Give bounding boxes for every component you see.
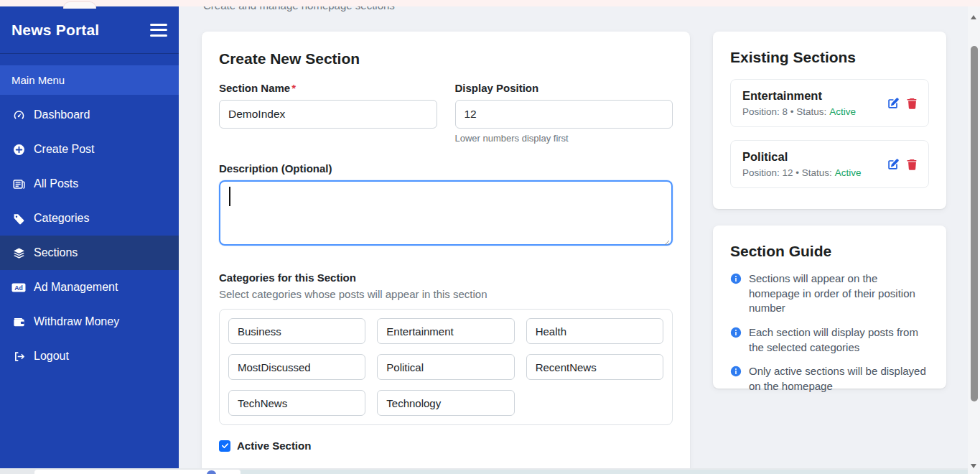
sidebar-item-ad-management[interactable]: Ad Ad Management: [0, 270, 179, 305]
existing-sections-title: Existing Sections: [730, 49, 929, 66]
sidebar-item-label: Create Post: [34, 143, 94, 156]
svg-text:Ad: Ad: [14, 284, 23, 291]
browser-tab-corner: [63, 1, 96, 9]
section-name-input[interactable]: [219, 100, 437, 129]
category-option-entertainment[interactable]: Entertainment: [377, 318, 514, 344]
app-window: Create and manage homepage sections News…: [0, 0, 980, 474]
sidebar: News Portal Main Menu Dashboard Create P…: [0, 6, 179, 468]
guide-tip-text: Sections will appear on the homepage in …: [749, 271, 929, 316]
category-option-technology[interactable]: Technology: [377, 390, 514, 416]
status-badge: Active: [829, 106, 856, 117]
guide-tip: Sections will appear on the homepage in …: [730, 271, 929, 316]
app-title: News Portal: [11, 22, 99, 39]
existing-section-meta: Position: 12 • Status:: [742, 167, 832, 178]
edit-icon[interactable]: [887, 97, 900, 110]
tag-icon: [11, 213, 26, 225]
display-position-hint: Lower numbers display first: [455, 133, 673, 144]
existing-section-item: Political Position: 12 • Status:Active: [730, 140, 929, 188]
section-name-group: Section Name*: [219, 82, 437, 144]
newspaper-icon: [11, 178, 26, 190]
sidebar-item-dashboard[interactable]: Dashboard: [0, 98, 179, 132]
sidebar-item-label: Ad Management: [34, 281, 118, 294]
info-icon: [730, 366, 742, 394]
sidebar-item-categories[interactable]: Categories: [0, 201, 179, 236]
info-icon: [730, 273, 742, 316]
ad-badge-icon: Ad: [11, 282, 26, 294]
browser-logo-sliver: [207, 470, 216, 474]
sidebar-item-label: Logout: [34, 350, 69, 363]
category-option-business[interactable]: Business: [228, 318, 365, 344]
category-option-technews[interactable]: TechNews: [228, 390, 365, 416]
edit-icon[interactable]: [887, 158, 900, 171]
categories-group: Categories for this Section Select categ…: [219, 271, 673, 425]
guide-tip: Each section will display posts from the…: [730, 325, 929, 355]
active-section-label: Active Section: [237, 440, 311, 452]
category-option-political[interactable]: Political: [377, 354, 514, 380]
guide-tip-text: Each section will display posts from the…: [749, 325, 929, 355]
logout-icon: [11, 350, 26, 363]
create-section-card: Create New Section Section Name* Display…: [202, 32, 690, 474]
sidebar-item-all-posts[interactable]: All Posts: [0, 167, 179, 201]
layers-icon: [11, 247, 26, 259]
display-position-group: Display Position Lower numbers display f…: [455, 82, 673, 144]
guide-tip-text: Only active sections will be displayed o…: [749, 364, 929, 394]
section-guide-title: Section Guide: [730, 243, 929, 260]
existing-section-meta: Position: 8 • Status:: [742, 106, 826, 117]
section-guide-card: Section Guide Sections will appear on th…: [713, 226, 946, 389]
existing-section-item: Entertainment Position: 8 • Status:Activ…: [730, 79, 929, 127]
sidebar-item-withdraw-money[interactable]: Withdraw Money: [0, 305, 179, 339]
sidebar-item-label: Categories: [34, 212, 89, 225]
sidebar-item-label: Sections: [34, 246, 78, 259]
categories-help: Select categories whose posts will appea…: [219, 288, 673, 300]
sidebar-item-create-post[interactable]: Create Post: [0, 132, 179, 167]
hamburger-menu-icon[interactable]: [150, 24, 167, 37]
description-group: Description (Optional): [219, 162, 673, 248]
sidebar-header: News Portal: [0, 6, 179, 54]
description-textarea[interactable]: [219, 180, 673, 246]
text-cursor: [229, 187, 230, 206]
sidebar-nav: Dashboard Create Post All Posts Categori…: [0, 98, 179, 373]
guide-tip: Only active sections will be displayed o…: [730, 364, 929, 394]
taskbar-sliver: [0, 468, 968, 474]
required-asterisk: *: [291, 82, 296, 94]
display-position-label: Display Position: [455, 82, 673, 94]
vertical-scrollbar[interactable]: [968, 6, 980, 474]
category-option-health[interactable]: Health: [526, 318, 663, 344]
browser-top-sliver: [0, 0, 980, 6]
plus-circle-icon: [11, 144, 26, 156]
categories-label: Categories for this Section: [219, 271, 673, 284]
info-icon: [730, 327, 742, 355]
scrollbar-thumb[interactable]: [971, 46, 978, 401]
sidebar-item-sections[interactable]: Sections: [0, 236, 179, 270]
sidebar-item-logout[interactable]: Logout: [0, 339, 179, 373]
sidebar-section-label: Main Menu: [0, 65, 179, 95]
delete-icon[interactable]: [906, 97, 918, 110]
description-label: Description (Optional): [219, 162, 673, 175]
categories-box: Business Entertainment Health MostDiscus…: [219, 309, 673, 425]
checkmark-icon: [221, 442, 229, 450]
section-name-label: Section Name: [219, 82, 290, 94]
active-section-row: Active Section: [219, 440, 673, 452]
display-position-input[interactable]: [455, 100, 673, 129]
scrollbar-down-arrow-icon[interactable]: [971, 464, 976, 468]
active-section-checkbox[interactable]: [219, 440, 230, 452]
scrollbar-up-arrow-icon[interactable]: [971, 15, 976, 19]
delete-icon[interactable]: [906, 158, 918, 171]
category-option-recentnews[interactable]: RecentNews: [526, 354, 663, 380]
create-section-title: Create New Section: [219, 50, 673, 68]
sidebar-item-label: Dashboard: [34, 108, 90, 121]
category-option-mostdiscussed[interactable]: MostDiscussed: [228, 354, 365, 380]
speedometer-icon: [11, 109, 26, 121]
sidebar-item-label: Withdraw Money: [34, 315, 119, 328]
sidebar-item-label: All Posts: [34, 177, 78, 190]
existing-sections-card: Existing Sections Entertainment Position…: [713, 32, 946, 209]
wallet-icon: [11, 316, 26, 328]
status-badge: Active: [835, 167, 862, 178]
